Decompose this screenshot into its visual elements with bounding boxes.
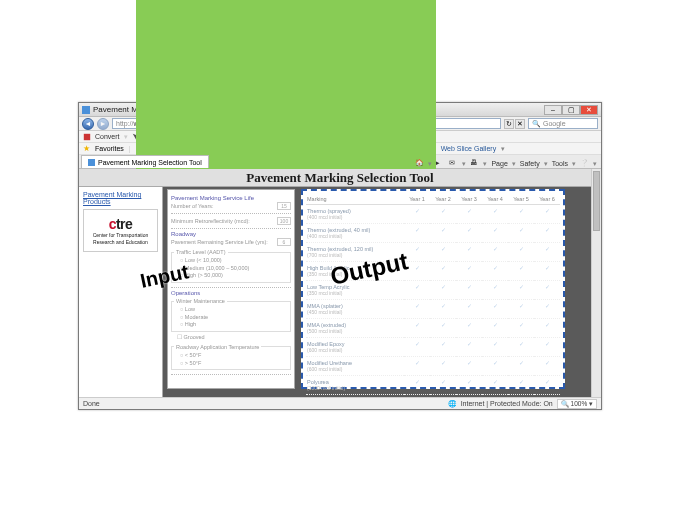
year-cell: ✓ — [534, 357, 560, 376]
year-cell: ✓ — [430, 224, 456, 243]
col-year3: Year 3 — [456, 194, 482, 205]
col-year4: Year 4 — [482, 194, 508, 205]
product-sub: (1000 mcd initial) — [307, 385, 403, 391]
traffic-high-radio[interactable]: High (> 50,000) — [174, 272, 288, 280]
year-cell: ✓ — [404, 281, 430, 300]
close-button[interactable]: ✕ — [580, 105, 598, 115]
table-row: Low Temp Acrylic(350 mcd initial)✓✓✓✓✓✓ — [306, 281, 560, 300]
table-row: Modified Urethane(600 mcd initial)✓✓✓✓✓✓ — [306, 357, 560, 376]
retro-input[interactable]: 100 — [277, 217, 291, 225]
remaining-input[interactable]: 6 — [277, 238, 291, 246]
page-menu[interactable]: Page — [491, 160, 507, 167]
winter-high-radio[interactable]: High — [174, 321, 288, 329]
winter-med-radio[interactable]: Moderate — [174, 314, 288, 322]
year-cell: ✓ — [482, 338, 508, 357]
year-cell: ✓ — [456, 300, 482, 319]
temp-lt-radio[interactable]: < 50°F — [174, 352, 288, 360]
minimize-button[interactable]: – — [544, 105, 562, 115]
mail-icon[interactable]: ✉ — [449, 159, 458, 168]
table-header-row: Marking Year 1 Year 2 Year 3 Year 4 Year… — [306, 194, 560, 205]
winter-fieldset: Winter Maintenance Low Moderate High — [171, 298, 291, 332]
stop-button[interactable]: ✕ — [515, 119, 525, 129]
convert-icon — [83, 133, 91, 141]
back-button[interactable]: ◄ — [82, 118, 94, 130]
year-cell: ✓ — [508, 357, 534, 376]
year-cell: ✓ — [404, 300, 430, 319]
active-tab[interactable]: Pavement Marking Selection Tool — [81, 155, 209, 168]
table-row: High Build Acrylic(350 mcd initial)✓✓✓✓✓… — [306, 262, 560, 281]
logo-rest: tre — [116, 216, 132, 232]
year-cell: ✓ — [404, 357, 430, 376]
product-sub: (450 mcd initial) — [307, 309, 403, 315]
year-cell: ✓ — [430, 243, 456, 262]
refresh-button[interactable]: ↻ — [504, 119, 514, 129]
web-slice-link[interactable]: Web Slice Gallery — [441, 145, 497, 152]
work-area: Pavement Marking Service Life Number of … — [163, 187, 601, 397]
favorites-star-icon[interactable]: ★ — [83, 144, 90, 153]
search-box[interactable]: 🔍 Google — [528, 118, 598, 129]
logo-sub2: Research and Education — [87, 240, 154, 246]
year-cell: ✓ — [508, 338, 534, 357]
winter-low-radio[interactable]: Low — [174, 306, 288, 314]
table-row: MMA (extruded)(500 mcd initial)✓✓✓✓✓✓ — [306, 319, 560, 338]
retro-label: Minimum Retroreflectivity (mcd): — [171, 218, 250, 224]
temp-gt-radio[interactable]: > 50°F — [174, 360, 288, 368]
section-operations: Operations — [171, 290, 291, 296]
help-icon[interactable]: ❔ — [580, 159, 589, 168]
year-cell: ✓ — [456, 262, 482, 281]
year-cell: ✓ — [456, 281, 482, 300]
convert-button[interactable]: Convert — [95, 133, 120, 140]
year-cell: ✓ — [430, 376, 456, 395]
year-cell: ✓ — [508, 262, 534, 281]
logo-sub1: Center for Transportation — [87, 233, 154, 239]
year-cell: ✓ — [430, 262, 456, 281]
sidebar-link-products[interactable]: Pavement Marking Products — [83, 191, 158, 205]
remaining-label: Pavement Remaining Service Life (yrs): — [171, 239, 268, 245]
globe-icon: 🌐 — [448, 400, 457, 408]
grooved-checkbox[interactable]: Grooved — [171, 334, 291, 342]
scrollbar-thumb[interactable] — [593, 171, 600, 231]
year-cell: ✓ — [534, 205, 560, 224]
year-cell: ✓ — [430, 319, 456, 338]
year-cell: ✓ — [482, 243, 508, 262]
year-cell: ✓ — [482, 300, 508, 319]
year-cell: ✓ — [508, 205, 534, 224]
year-cell: ✓ — [482, 205, 508, 224]
table-row: Modified Epoxy(600 mcd initial)✓✓✓✓✓✓ — [306, 338, 560, 357]
year-cell: ✓ — [508, 281, 534, 300]
year-cell: ✓ — [456, 205, 482, 224]
year-cell: ✓ — [508, 376, 534, 395]
print-icon[interactable]: 🖶 — [470, 159, 479, 168]
input-panel: Pavement Marking Service Life Number of … — [167, 189, 295, 389]
zoom-value: 100% — [571, 400, 588, 407]
winter-legend: Winter Maintenance — [174, 298, 227, 304]
product-sub: (400 mcd initial) — [307, 214, 403, 220]
page-title: Pavement Marking Selection Tool — [79, 169, 601, 187]
year-cell: ✓ — [456, 319, 482, 338]
traffic-low-radio[interactable]: Low (< 10,000) — [174, 257, 288, 265]
vertical-scrollbar[interactable] — [591, 169, 601, 397]
tools-menu[interactable]: Tools — [552, 160, 568, 167]
page-content: Pavement Marking Selection Tool Pavement… — [79, 169, 601, 397]
traffic-med-radio[interactable]: Medium (10,000 – 50,000) — [174, 265, 288, 273]
maximize-button[interactable]: ▢ — [562, 105, 580, 115]
table-row: Thermo (extruded, 120 mil)(700 mcd initi… — [306, 243, 560, 262]
home-icon[interactable]: 🏠 — [415, 159, 424, 168]
year-cell: ✓ — [534, 281, 560, 300]
year-cell: ✓ — [430, 281, 456, 300]
year-cell: ✓ — [534, 262, 560, 281]
safety-menu[interactable]: Safety — [520, 160, 540, 167]
status-bar: Done 🌐 Internet | Protected Mode: On 🔍 1… — [79, 397, 601, 409]
feeds-icon[interactable]: ▸ — [436, 159, 445, 168]
favorites-label[interactable]: Favorites — [95, 145, 124, 152]
years-input[interactable]: 15 — [277, 202, 291, 210]
product-sub: (400 mcd initial) — [307, 233, 403, 239]
year-cell: ✓ — [430, 338, 456, 357]
col-year1: Year 1 — [404, 194, 430, 205]
year-cell: ✓ — [482, 357, 508, 376]
year-cell: ✓ — [482, 281, 508, 300]
traffic-legend: Traffic Level (AADT) — [174, 249, 228, 255]
forward-button[interactable]: ► — [97, 118, 109, 130]
status-zone: Internet | Protected Mode: On — [461, 400, 553, 407]
zoom-control[interactable]: 🔍 100% ▾ — [557, 399, 597, 409]
